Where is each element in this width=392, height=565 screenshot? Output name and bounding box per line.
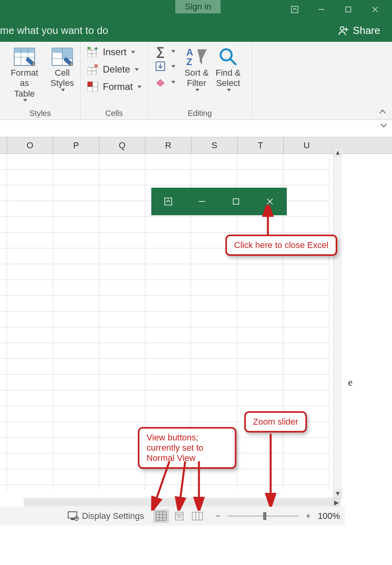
cell[interactable] [283, 359, 329, 374]
cell[interactable] [237, 438, 283, 453]
cell[interactable] [237, 327, 283, 343]
column-header[interactable]: P [53, 137, 99, 153]
delete-cells-button[interactable]: Delete [85, 62, 144, 76]
column-header[interactable]: S [191, 137, 238, 153]
zoom-out-button[interactable]: − [213, 511, 223, 521]
page-break-preview-button[interactable] [189, 509, 205, 523]
cell[interactable] [99, 201, 145, 216]
cell[interactable] [191, 280, 237, 295]
zoom-slider[interactable] [228, 515, 299, 517]
cell[interactable] [237, 311, 283, 327]
cell[interactable] [53, 327, 99, 343]
cell[interactable] [237, 264, 283, 280]
cell[interactable] [0, 233, 7, 248]
cell[interactable] [237, 406, 283, 421]
find-select-button[interactable]: Find & Select [214, 44, 242, 93]
cell[interactable] [145, 296, 191, 311]
cell[interactable] [99, 233, 145, 248]
cell[interactable] [283, 485, 329, 490]
cell[interactable] [0, 185, 7, 201]
cell[interactable] [7, 343, 53, 358]
cell[interactable] [99, 248, 145, 264]
cell[interactable] [145, 233, 191, 248]
cell[interactable] [191, 311, 237, 327]
cell[interactable] [0, 201, 7, 216]
cell[interactable] [0, 264, 7, 280]
cell[interactable] [145, 343, 191, 358]
cell[interactable] [7, 406, 53, 421]
cell[interactable] [191, 375, 237, 390]
zoom-in-button[interactable]: + [303, 511, 313, 521]
cell[interactable] [191, 296, 237, 311]
minimize-button[interactable] [312, 0, 331, 19]
cell[interactable] [53, 264, 99, 280]
formula-bar-expand-button[interactable] [380, 122, 387, 129]
share-button[interactable]: Share [338, 24, 380, 37]
cell[interactable] [7, 311, 53, 327]
ribbon-display-options-icon[interactable] [285, 0, 305, 19]
cell[interactable] [0, 453, 7, 469]
column-header[interactable]: O [7, 137, 53, 153]
cell[interactable] [283, 248, 329, 264]
cell[interactable] [53, 343, 99, 358]
cell[interactable] [53, 438, 99, 453]
cell[interactable] [7, 422, 53, 437]
cell[interactable] [145, 390, 191, 406]
format-cells-button[interactable]: Format [85, 80, 144, 94]
maximize-button[interactable] [338, 0, 358, 19]
cell[interactable] [7, 359, 53, 374]
column-header[interactable]: U [284, 137, 330, 153]
cell[interactable] [7, 264, 53, 280]
cell[interactable] [7, 438, 53, 453]
scroll-up-arrow-icon[interactable]: ▲ [334, 148, 342, 157]
cell[interactable] [0, 280, 7, 295]
cell[interactable] [0, 390, 7, 406]
cell[interactable] [7, 390, 53, 406]
cell[interactable] [99, 280, 145, 295]
cell[interactable] [0, 485, 7, 490]
cell[interactable] [237, 453, 283, 469]
cell[interactable] [283, 233, 329, 248]
cell[interactable] [283, 327, 329, 343]
cell[interactable] [0, 154, 7, 169]
cell[interactable] [145, 406, 191, 421]
cell[interactable] [283, 343, 329, 358]
cell[interactable] [283, 422, 329, 437]
cell[interactable] [7, 453, 53, 469]
cell[interactable] [145, 469, 191, 485]
cell[interactable] [283, 154, 329, 169]
cell[interactable] [145, 248, 191, 264]
cell[interactable] [283, 406, 329, 421]
vertical-scrollbar[interactable]: ▲ ▼ [333, 148, 342, 498]
cell[interactable] [53, 422, 99, 437]
cell[interactable] [99, 343, 145, 358]
scroll-right-arrow-icon[interactable]: ▶ [332, 498, 341, 507]
cell[interactable] [237, 154, 283, 169]
cell[interactable] [145, 485, 191, 490]
cell[interactable] [53, 217, 99, 232]
collapse-ribbon-button[interactable] [377, 106, 388, 117]
cell[interactable] [99, 469, 145, 485]
clear-button[interactable] [152, 76, 178, 88]
cell[interactable] [145, 453, 191, 469]
cell[interactable] [99, 185, 145, 201]
cell[interactable] [7, 185, 53, 201]
scroll-track[interactable] [24, 499, 332, 506]
cell-styles-button[interactable]: Cell Styles [48, 44, 76, 93]
cell[interactable] [237, 296, 283, 311]
cell[interactable] [191, 343, 237, 358]
cell[interactable] [0, 311, 7, 327]
page-layout-view-button[interactable] [171, 509, 187, 523]
column-header[interactable]: R [145, 137, 191, 153]
cell[interactable] [53, 406, 99, 421]
cell[interactable] [0, 217, 7, 232]
sign-in-button[interactable]: Sign in [175, 0, 221, 13]
cell[interactable] [283, 170, 329, 185]
cell[interactable] [237, 485, 283, 490]
cell[interactable] [145, 154, 191, 169]
cell[interactable] [53, 280, 99, 295]
cell[interactable] [0, 375, 7, 390]
cell[interactable] [237, 280, 283, 295]
cell[interactable] [0, 438, 7, 453]
cell[interactable] [7, 170, 53, 185]
